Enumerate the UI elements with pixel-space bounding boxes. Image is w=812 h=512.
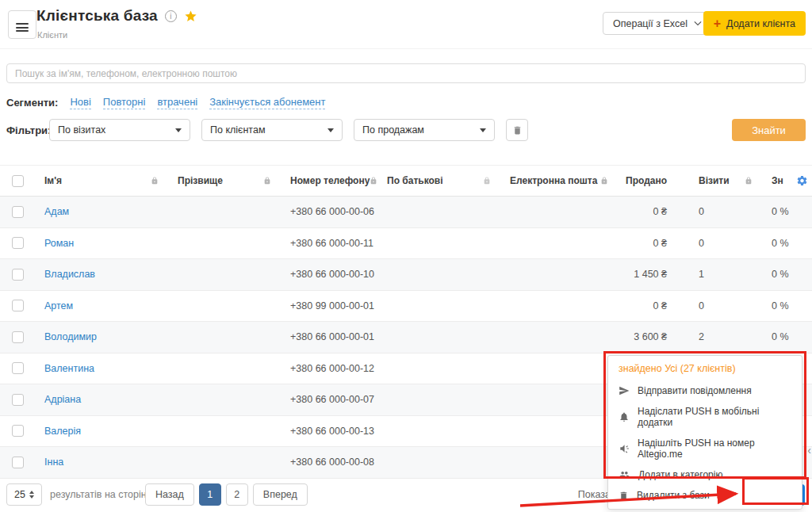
- per-page-value: 25: [14, 489, 25, 500]
- column-header-email[interactable]: Електронна пошта: [510, 175, 597, 186]
- client-phone: +380 66 000-00-01: [281, 322, 377, 353]
- client-surname: [168, 447, 281, 478]
- pagination-page-2[interactable]: 2: [226, 483, 248, 506]
- client-surname: [168, 353, 281, 384]
- clear-filters-button[interactable]: [506, 119, 528, 141]
- row-checkbox[interactable]: [12, 362, 24, 374]
- add-client-label: Додати клієнта: [726, 18, 795, 29]
- client-phone: +380 66 000-00-12: [281, 353, 377, 384]
- triangle-down-icon: [327, 128, 334, 132]
- client-name-link[interactable]: Володимир: [44, 331, 97, 342]
- client-email: [500, 353, 618, 384]
- segment-lost[interactable]: втрачені: [157, 96, 197, 109]
- pagination-back-button[interactable]: Назад: [145, 483, 194, 506]
- table-row[interactable]: Артем +380 99 000-00-01 0 ₴ 0 0 %: [0, 291, 812, 323]
- table-row[interactable]: Владислав +380 66 000-00-10 1 450 ₴ 1 0 …: [0, 259, 812, 291]
- client-name-link[interactable]: Роман: [44, 238, 74, 249]
- search-input[interactable]: [6, 63, 806, 83]
- popup-item-send-message[interactable]: Відправити повідомлення: [608, 380, 802, 401]
- table-row[interactable]: Володимир +380 66 000-00-01 3 600 ₴ 2 0 …: [0, 322, 812, 353]
- plus-icon: +: [714, 17, 721, 30]
- client-patronymic: [377, 197, 500, 227]
- info-icon[interactable]: i: [165, 10, 177, 22]
- client-email: [500, 322, 618, 353]
- popup-item-delete[interactable]: Видалити з бази: [608, 485, 802, 506]
- excel-operations-button[interactable]: Операції з Excel: [603, 12, 712, 35]
- client-visits: 0: [689, 291, 762, 322]
- popup-item-label: Видалити з бази: [637, 490, 710, 501]
- actions-popup: знайдено Усі (27 клієнтів) Відправити по…: [607, 355, 802, 510]
- client-email: [500, 291, 618, 322]
- client-name-link[interactable]: Владислав: [44, 269, 95, 280]
- per-page-select[interactable]: 25: [6, 483, 42, 506]
- table-row[interactable]: Роман +380 66 000-00-11 0 ₴ 0 0 %: [0, 228, 812, 260]
- client-visits: 0: [689, 197, 762, 227]
- client-surname: [168, 416, 281, 447]
- popup-item-add-category[interactable]: Додати в категорію: [608, 464, 802, 485]
- filter-clients-dropdown[interactable]: По клієнтам: [201, 119, 343, 141]
- client-discount: 0 %: [762, 322, 812, 353]
- segments-label: Сегменти:: [6, 97, 58, 109]
- table-settings-gear-icon[interactable]: [796, 175, 808, 187]
- pagination-page-1[interactable]: 1: [199, 483, 221, 506]
- row-checkbox[interactable]: [12, 394, 24, 406]
- column-header-patronymic[interactable]: По батькові: [387, 175, 443, 186]
- client-phone: +380 66 000-00-07: [281, 384, 377, 415]
- popup-item-push-number[interactable]: Надішліть PUSH на номер Altegio.me: [608, 433, 802, 464]
- hamburger-icon: [16, 27, 29, 29]
- row-checkbox[interactable]: [12, 425, 24, 437]
- menu-button[interactable]: [8, 10, 36, 39]
- lock-icon: [370, 176, 377, 185]
- row-checkbox[interactable]: [12, 269, 24, 281]
- collapse-chevron-icon[interactable]: ‹: [807, 444, 811, 457]
- title-row: Клієнтська база i: [36, 7, 197, 25]
- column-header-sold[interactable]: Продано: [626, 175, 667, 186]
- column-header-visits[interactable]: Візити: [699, 175, 730, 186]
- segments-row: Сегменти: Нові Повторні втрачені Закінчу…: [6, 96, 325, 109]
- segment-repeat[interactable]: Повторні: [103, 96, 146, 109]
- bell-icon: [619, 411, 630, 422]
- pagination-forward-button[interactable]: Вперед: [253, 483, 308, 506]
- segment-subscription-ending[interactable]: Закінчується абонемент: [209, 96, 325, 109]
- client-name-link[interactable]: Адам: [44, 206, 69, 217]
- column-header-discount[interactable]: Зн: [772, 175, 783, 186]
- lock-icon: [483, 176, 491, 185]
- row-checkbox[interactable]: [12, 237, 24, 249]
- hamburger-icon: [16, 30, 29, 32]
- client-patronymic: [377, 291, 500, 322]
- client-patronymic: [377, 228, 500, 259]
- client-surname: [168, 384, 281, 415]
- triangle-down-icon: [480, 128, 486, 132]
- popup-item-push-mobile[interactable]: Надіслати PUSH в мобільні додатки: [608, 401, 802, 433]
- table-row[interactable]: Адам +380 66 000-00-06 0 ₴ 0 0 %: [0, 197, 812, 228]
- filter-visits-dropdown[interactable]: По візитах: [49, 119, 190, 141]
- client-patronymic: [377, 416, 500, 447]
- client-name-link[interactable]: Адріана: [44, 394, 81, 405]
- client-name-link[interactable]: Валерія: [44, 426, 81, 437]
- client-name-link[interactable]: Валентина: [44, 363, 94, 374]
- row-checkbox[interactable]: [12, 206, 24, 218]
- segment-new[interactable]: Нові: [70, 96, 90, 109]
- client-base-page: Клієнтська база i Клієнти Операції з Exc…: [0, 0, 812, 512]
- filters-label: Фільтри:: [6, 124, 49, 136]
- client-name-link[interactable]: Артем: [44, 300, 73, 311]
- row-checkbox[interactable]: [12, 457, 24, 468]
- client-email: [500, 197, 618, 227]
- client-email: [500, 259, 618, 290]
- favorite-star-icon[interactable]: [184, 10, 197, 23]
- filter-visits-value: По візитах: [58, 124, 105, 136]
- column-header-surname[interactable]: Прізвище: [178, 175, 223, 186]
- breadcrumb: Клієнти: [37, 30, 67, 40]
- column-header-name[interactable]: Ім'я: [44, 175, 62, 186]
- add-client-button[interactable]: + Додати клієнта: [703, 11, 806, 36]
- client-discount: 0 %: [762, 259, 812, 290]
- client-patronymic: [377, 259, 500, 290]
- row-checkbox[interactable]: [12, 331, 24, 343]
- column-header-phone[interactable]: Номер телефону: [290, 175, 370, 186]
- row-checkbox[interactable]: [12, 300, 24, 311]
- client-name-link[interactable]: Інна: [44, 457, 63, 468]
- find-button[interactable]: Знайти: [732, 119, 806, 141]
- select-all-checkbox[interactable]: [12, 175, 24, 187]
- client-patronymic: [377, 384, 500, 415]
- filter-sales-dropdown[interactable]: По продажам: [354, 119, 495, 141]
